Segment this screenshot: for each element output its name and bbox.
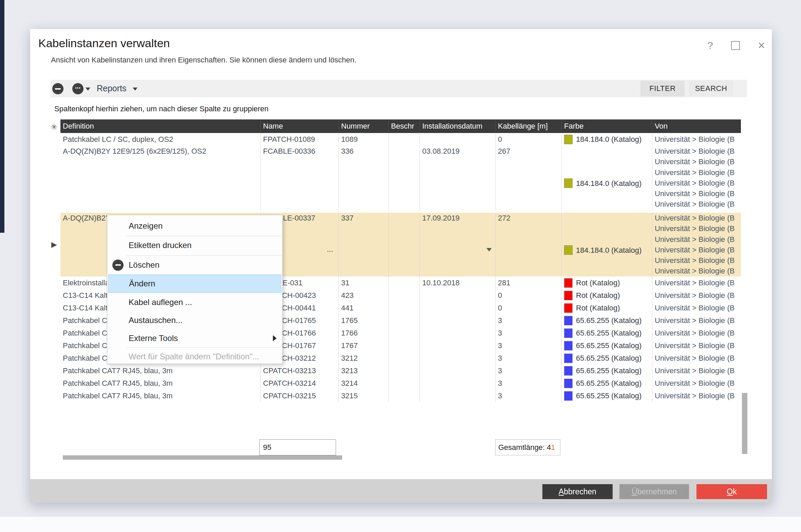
close-icon[interactable]: × [758, 41, 765, 50]
cell-nummer: 3213 [339, 364, 389, 377]
cell-von: Universität > Biologie (B [652, 364, 741, 377]
color-swatch [564, 303, 573, 313]
pin-icon[interactable]: ✳ [51, 122, 58, 132]
menu-item-ändern[interactable]: Ändern [108, 274, 281, 293]
von-path-text: Universität > Biologie (B [655, 302, 741, 314]
color-label: 65.65.255 (Katalog) [576, 327, 641, 339]
cell-von: Universität > Biologie (B [652, 339, 741, 352]
record-count-input[interactable]: 95 [259, 439, 336, 455]
cell-nummer: 31 [339, 277, 389, 289]
cell-farbe: 184.184.0 (Katalog) [562, 213, 652, 277]
table-row[interactable]: Patchkabel CAT7 RJ45, blau, 3mCPATCH-032… [60, 390, 741, 402]
window-controls: ? × [707, 38, 765, 53]
cancel-button-label: Abbrechen [559, 487, 596, 496]
color-swatch [564, 278, 573, 288]
cell-von: Universität > Biologie (B [652, 352, 741, 364]
color-swatch [564, 245, 573, 255]
column-header-beschr[interactable]: Beschr [389, 119, 420, 133]
column-header-kabell-nge-m-[interactable]: Kabellänge [m] [496, 119, 562, 133]
group-by-hint[interactable]: Spaltenkopf hierhin ziehen, um nach dies… [54, 104, 268, 113]
total-length-display: Gesamtlänge: 41 [495, 439, 560, 455]
cell-nummer: 3215 [339, 390, 389, 402]
menu-item-austauschen[interactable]: Austauschen... [108, 311, 281, 329]
horizontal-scrollbar-thumb[interactable] [63, 455, 342, 460]
search-button[interactable]: SEARCH [689, 81, 733, 96]
color-label: 184.184.0 (Katalog) [576, 178, 641, 189]
color-label: 65.65.255 (Katalog) [576, 364, 641, 377]
von-path-text: Universität > Biologie (B [655, 213, 741, 223]
ok-button[interactable]: Ok [696, 484, 767, 499]
cell-kabellaenge: 281 [496, 277, 562, 289]
filter-button[interactable]: FILTER [640, 81, 685, 96]
menu-item-anzeigen[interactable]: Anzeigen [108, 217, 281, 235]
cancel-button[interactable]: Abbrechen [542, 484, 613, 499]
color-swatch [564, 379, 573, 388]
color-swatch [564, 316, 573, 325]
menu-item-label: Anzeigen [129, 221, 163, 231]
color-label: 184.184.0 (Katalog) [576, 245, 641, 255]
cell-farbe: Rot (Katalog) [562, 289, 652, 302]
cell-von: Universität > Biologie (B [652, 390, 741, 402]
reports-menu[interactable]: Reports [97, 83, 127, 93]
menu-item-löschen[interactable]: Löschen [108, 256, 281, 274]
cell-kabellaenge: 3 [496, 377, 562, 390]
more-actions-button[interactable]: ••• [72, 83, 83, 94]
cell-kabellaenge: 3 [496, 390, 562, 402]
menu-item-label: Ändern [129, 279, 155, 288]
ellipsis-icon: ••• [75, 87, 81, 90]
color-label: Rot (Katalog) [576, 277, 620, 289]
cell-kabellaenge: 0 [496, 302, 562, 314]
table-row[interactable]: Patchkabel LC / SC, duplex, OS2FPATCH-01… [60, 133, 741, 146]
maximize-icon[interactable] [731, 41, 740, 50]
cell-definition: Patchkabel CAT7 RJ45, blau, 3m [60, 364, 261, 377]
more-actions-caret-icon[interactable] [86, 88, 90, 91]
remove-button[interactable] [52, 83, 63, 94]
cell-von: Universität > Biologie (B [652, 327, 741, 339]
column-header-von[interactable]: Von [652, 119, 741, 133]
column-header-nummer[interactable]: Nummer [339, 119, 389, 133]
table-row[interactable]: A-DQ(ZN)B2Y 12E9/125 (6x2E9/125), OS2FCA… [60, 146, 741, 210]
cell-beschr [389, 314, 420, 327]
cell-nummer: 423 [339, 289, 389, 302]
reports-caret-icon[interactable] [133, 88, 137, 91]
von-path-text: Universität > Biologie (B [655, 156, 741, 167]
vertical-scrollbar-thumb[interactable] [742, 393, 747, 454]
cell-installationsdatum [420, 339, 496, 352]
menu-item-externe-tools[interactable]: Externe Tools [108, 329, 281, 347]
cell-farbe: Rot (Katalog) [562, 277, 652, 289]
cell-von: Universität > Biologie (BUniversität > B… [652, 146, 741, 210]
cell-beschr [389, 213, 420, 277]
menu-item-kabel-auflegen[interactable]: Kabel auflegen ... [108, 293, 281, 311]
menu-item-etiketten-drucken[interactable]: Etiketten drucken [108, 236, 281, 254]
table-row[interactable]: Patchkabel CAT7 RJ45, blau, 3mCPATCH-032… [60, 377, 741, 390]
cell-beschr [389, 390, 420, 402]
von-path-text: Universität > Biologie (B [655, 146, 741, 156]
von-path-text: Universität > Biologie (B [655, 339, 741, 352]
von-path-text: Universität > Biologie (B [655, 352, 741, 364]
column-header-name[interactable]: Name [261, 119, 339, 133]
cell-nummer: 1765 [339, 314, 389, 327]
help-icon[interactable]: ? [707, 40, 713, 51]
table-row[interactable]: Patchkabel CAT7 RJ45, blau, 3mCPATCH-032… [60, 364, 741, 377]
column-header-installationsdatum[interactable]: Installationsdatum [420, 119, 496, 133]
apply-button[interactable]: Übernehmen [619, 484, 689, 499]
edit-ellipsis-button[interactable]: ... [327, 244, 333, 254]
von-path-text: Universität > Biologie (B [655, 390, 741, 402]
cell-name: CPATCH-03214 [261, 377, 339, 390]
cell-von: Universität > Biologie (B [652, 289, 741, 302]
cell-definition: A-DQ(ZN)B2Y 12E9/125 (6x2E9/125), OS2 [60, 146, 261, 210]
column-header-definition[interactable]: Definition [60, 119, 261, 133]
background-bottom [0, 517, 801, 532]
menu-item-label: Etiketten drucken [129, 241, 191, 250]
cell-kabellaenge: 3 [496, 352, 562, 364]
background-app-edge [0, 0, 4, 233]
cell-definition: Patchkabel CAT7 RJ45, blau, 3m [60, 377, 261, 390]
cell-beschr [389, 277, 420, 289]
date-dropdown-icon[interactable] [486, 248, 492, 251]
column-header-farbe[interactable]: Farbe [562, 119, 652, 133]
context-menu: AnzeigenEtiketten druckenLöschenÄndernKa… [107, 215, 283, 364]
cell-kabellaenge: 0 [496, 133, 562, 146]
color-swatch [564, 366, 573, 376]
von-path-text: Universität > Biologie (B [655, 266, 741, 276]
submenu-arrow-icon [273, 335, 277, 341]
